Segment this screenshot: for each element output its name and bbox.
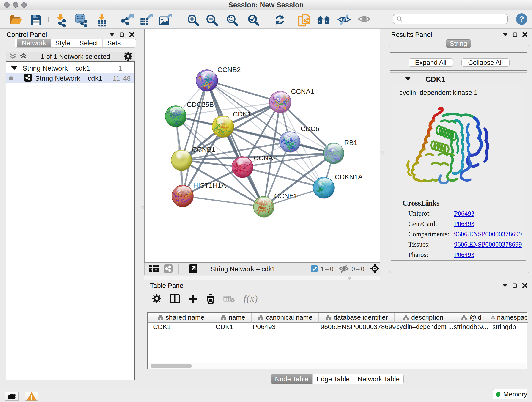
svg-text:CCNE1: CCNE1 (274, 192, 298, 200)
svg-text:CDK1: CDK1 (233, 110, 251, 118)
svg-text:CCNB2: CCNB2 (217, 66, 241, 73)
svg-text:CDC25B: CDC25B (187, 101, 214, 108)
svg-text:CCNA2: CCNA2 (254, 154, 277, 162)
svg-text:CDC6: CDC6 (301, 125, 319, 133)
svg-text:CCNA1: CCNA1 (291, 88, 314, 95)
svg-text:CDKN1A: CDKN1A (335, 173, 363, 181)
svg-text:RB1: RB1 (344, 139, 357, 147)
svg-text:HIST1H1A: HIST1H1A (193, 182, 226, 189)
svg-text:CCNB1: CCNB1 (192, 146, 215, 153)
